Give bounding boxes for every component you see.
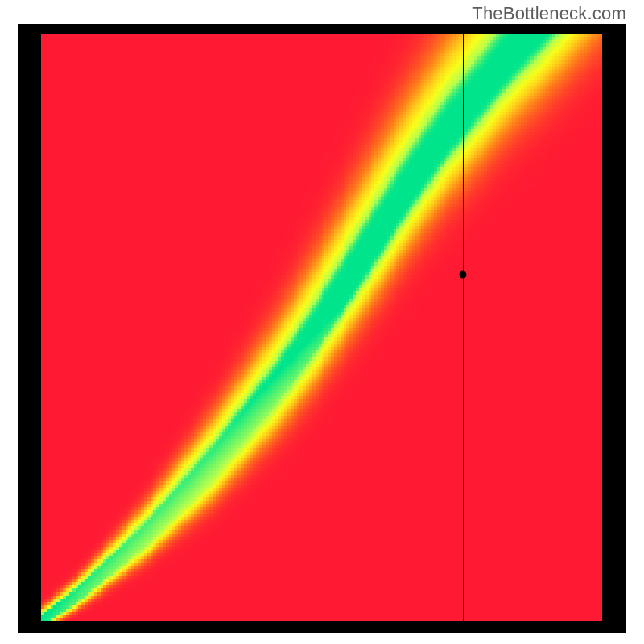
heatmap-canvas	[41, 34, 602, 621]
watermark-text: TheBottleneck.com	[472, 3, 626, 24]
chart-outer-frame	[18, 24, 626, 633]
chart-plot-area	[41, 34, 602, 621]
